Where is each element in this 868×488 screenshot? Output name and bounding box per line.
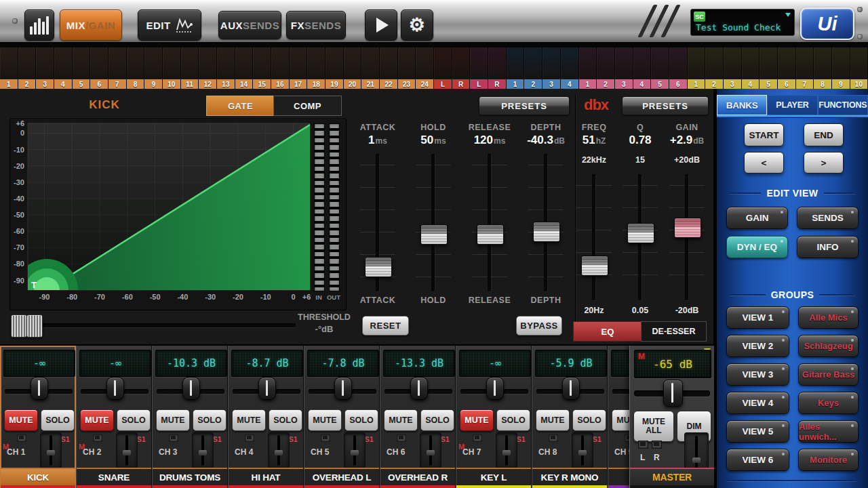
mute-button[interactable]: MUTE [4,409,38,431]
mini-fader[interactable] [268,432,290,469]
overview-channel-inputs-15[interactable]: 15 [253,47,271,89]
channel-name[interactable]: DRUMS TOMS [153,468,227,485]
master-fader-knob[interactable] [663,380,683,407]
group-button-4[interactable]: Keys [798,392,859,414]
group-button-3[interactable]: Gitarre Bass [798,363,859,386]
overview-channel-inputs-9[interactable]: 9 [144,47,163,89]
fader-knob-depth[interactable] [533,222,560,242]
threshold-slider-handle[interactable] [11,314,27,338]
view-button-5[interactable]: VIEW 5 [726,420,789,443]
overview-channel-aux-10[interactable]: 10 [850,47,868,89]
overview-channel-inputs-5[interactable]: 5 [73,47,91,89]
overview-channel-fx-1[interactable]: 1 [507,47,525,89]
pan-knob[interactable] [562,377,580,400]
overview-channel-inputs-12[interactable]: 12 [199,47,217,89]
tab-functions[interactable]: FUNCTIONS [818,95,868,115]
channel-name[interactable]: HI HAT [229,468,303,485]
meters-view-button[interactable] [24,9,54,41]
overview-channel-aux-8[interactable]: 8 [814,47,832,89]
channel-name[interactable]: OVERHEAD R [380,468,455,485]
mini-fader[interactable] [192,432,214,469]
overview-channel-inputs-21[interactable]: 21 [361,47,380,89]
channel-name[interactable]: KEY L [456,468,531,485]
tab-deesser[interactable]: DE-ESSER [641,321,707,342]
solo-button[interactable]: SOLO [269,409,302,431]
solo-button[interactable]: SOLO [420,409,454,431]
overview-channel-inputs-22[interactable]: 22 [380,47,398,89]
solo-button[interactable]: SOLO [117,409,151,431]
channel-name[interactable]: KICK [1,468,75,485]
overview-channel-fx-3[interactable]: 3 [542,47,561,89]
view-button-4[interactable]: VIEW 4 [726,392,789,414]
group-button-6[interactable]: Monitore [798,449,859,471]
player-play-button[interactable] [365,9,397,41]
gate-presets-button[interactable]: PRESETS [479,96,570,115]
fader-knob-gain[interactable] [674,218,701,238]
view-button-2[interactable]: VIEW 2 [726,335,789,357]
overview-channel-inputs-10[interactable]: 10 [163,47,181,89]
overview-channel-inputs-18[interactable]: 18 [307,47,326,89]
mini-fader[interactable] [420,432,441,469]
overview-channel-inputs-6[interactable]: 6 [90,47,108,89]
threshold-slider-track[interactable] [11,323,296,327]
overview-channel-inputs-7[interactable]: 7 [108,47,127,89]
edit-view-dyn-eq-button[interactable]: DYN / EQ [726,236,788,258]
mini-fader[interactable] [344,432,366,469]
mute-button[interactable]: MUTE [308,409,342,431]
fader-knob-attack[interactable] [365,257,392,277]
tab-player[interactable]: PLAYER [767,95,817,115]
pan-knob[interactable] [334,377,352,400]
overview-channel-aux-5[interactable]: 5 [760,47,778,89]
mute-button[interactable]: MUTE [80,409,114,431]
overview-channel-inputs-8[interactable]: 8 [127,47,145,89]
overview-channel-aux-6[interactable]: 6 [778,47,796,89]
fx-sends-button[interactable]: FXSENDS [286,11,346,39]
edit-view-button[interactable]: EDIT [138,9,201,41]
solo-button[interactable]: SOLO [344,409,378,431]
edit-view-sends-button[interactable]: SENDS [797,207,859,229]
overview-channel-linein-R[interactable]: R [452,47,471,89]
overview-channel-inputs-14[interactable]: 14 [235,47,254,89]
pan-knob[interactable] [258,377,276,400]
solo-button[interactable]: SOLO [572,409,606,431]
edit-view-info-button[interactable]: INFO [797,236,859,258]
fader-knob-release[interactable] [477,224,504,245]
overview-channel-inputs-23[interactable]: 23 [398,47,416,89]
overview-channel-fx-2[interactable]: 2 [524,47,542,89]
channel-name[interactable]: KEY R MONO [532,468,607,485]
fader-knob-q[interactable] [627,223,654,243]
overview-channel-inputs-1[interactable]: 1 [0,47,18,89]
show-display[interactable]: SC Test Sound Check [690,9,795,36]
overview-channel-inputs-16[interactable]: 16 [271,47,290,89]
mini-fader[interactable] [496,432,517,469]
fader-knob-hold[interactable] [420,224,448,245]
overview-channel-inputs-24[interactable]: 24 [416,47,434,89]
overview-channel-subgroup-1[interactable]: 1 [579,47,597,89]
mini-fader[interactable] [116,432,138,469]
overview-channel-inputs-19[interactable]: 19 [326,47,344,89]
mute-button[interactable]: MUTE [384,409,418,431]
pan-knob[interactable] [31,377,48,400]
view-button-1[interactable]: VIEW 1 [726,306,789,329]
overview-channel-subgroup-3[interactable]: 3 [615,47,633,89]
overview-channel-inputs-4[interactable]: 4 [54,47,73,89]
aux-sends-button[interactable]: AUXSENDS [218,11,281,39]
edit-view-gain-button[interactable]: GAIN [726,207,788,229]
pan-knob[interactable] [486,377,504,400]
group-button-5[interactable]: Alles unwich... [798,420,859,443]
tab-gate[interactable]: GATE [206,96,275,116]
mini-fader[interactable] [572,432,593,469]
reset-button[interactable]: RESET [362,316,409,336]
tab-banks[interactable]: BANKS [717,95,767,115]
mute-button[interactable]: MUTE [536,409,570,431]
fader-track-freq[interactable] [592,174,595,300]
overview-channel-inputs-3[interactable]: 3 [36,47,54,89]
eq-presets-button[interactable]: PRESETS [622,96,709,115]
channel-name[interactable]: SNARE [77,468,151,485]
threshold-slider-handle-2[interactable] [26,314,43,338]
overview-channel-inputs-17[interactable]: 17 [290,47,308,89]
pan-knob[interactable] [410,377,428,400]
fader-knob-freq[interactable] [581,256,608,276]
overview-channel-player-R[interactable]: R [488,47,507,89]
overview-channel-player-L[interactable]: L [470,47,488,89]
